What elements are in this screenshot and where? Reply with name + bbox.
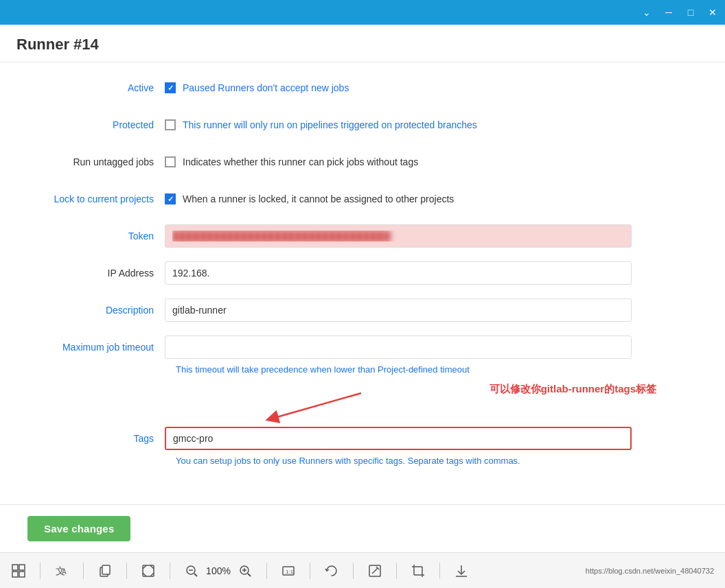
- run-untagged-control: Indicates whether this runner can pick j…: [165, 156, 698, 167]
- title-bar: ⌄ ─ □ ✕: [0, 0, 725, 25]
- zoom-in-icon[interactable]: [238, 563, 253, 578]
- zoom-out-icon[interactable]: [184, 563, 199, 578]
- download-icon[interactable]: [454, 563, 469, 578]
- tags-label: Tags: [27, 433, 165, 444]
- timeout-help-text: This timeout will take precedence when l…: [176, 364, 698, 375]
- annotation-arrow: [231, 390, 368, 424]
- translate-icon[interactable]: 文 A: [54, 563, 69, 578]
- zoom-level: 100%: [205, 565, 232, 576]
- max-timeout-label: Maximum job timeout: [27, 342, 165, 353]
- description-row: Description: [27, 298, 698, 322]
- svg-line-21: [372, 568, 378, 574]
- svg-text:1:1: 1:1: [286, 569, 294, 575]
- save-button[interactable]: Save changes: [27, 516, 130, 541]
- token-input[interactable]: [165, 224, 632, 248]
- main-content: Runner #14 Active ✓ Paused Runners don't…: [0, 25, 725, 552]
- divider-7: [353, 563, 354, 579]
- title-bar-controls: ⌄ ─ □ ✕: [640, 5, 720, 19]
- active-description: Paused Runners don't accept new jobs: [183, 82, 349, 93]
- lock-projects-label: Lock to current projects: [27, 193, 165, 204]
- token-row: Token: [27, 224, 698, 248]
- divider-9: [439, 563, 440, 579]
- refresh-icon[interactable]: [324, 563, 339, 578]
- chevron-button[interactable]: ⌄: [640, 5, 654, 19]
- ip-address-label: IP Address: [27, 268, 165, 279]
- status-url: https://blog.csdn.net/weixin_48040732: [586, 567, 714, 575]
- token-control: [165, 224, 698, 248]
- svg-rect-5: [19, 572, 25, 577]
- zoom-controls: 100%: [184, 563, 253, 578]
- protected-row: Protected This runner will only run on p…: [27, 113, 698, 137]
- active-label: Active: [27, 82, 165, 93]
- lock-projects-control: ✓ When a runner is locked, it cannot be …: [165, 193, 698, 204]
- screenshot-icon[interactable]: [141, 563, 156, 578]
- ip-address-input[interactable]: [165, 261, 632, 285]
- description-input[interactable]: [165, 298, 632, 322]
- active-control: ✓ Paused Runners don't accept new jobs: [165, 82, 698, 93]
- grid-icon[interactable]: [11, 563, 26, 578]
- close-button[interactable]: ✕: [706, 5, 720, 19]
- svg-rect-2: [12, 565, 18, 570]
- protected-label: Protected: [27, 119, 165, 130]
- checkmark-icon: ✓: [168, 84, 174, 93]
- max-timeout-input[interactable]: [165, 336, 632, 359]
- toolbar-left: 文 A: [11, 563, 469, 579]
- svg-line-1: [272, 393, 361, 419]
- run-untagged-description: Indicates whether this runner can pick j…: [183, 156, 418, 167]
- edit-icon[interactable]: [367, 563, 382, 578]
- protected-control: This runner will only run on pipelines t…: [165, 119, 698, 130]
- run-untagged-checkbox[interactable]: [165, 156, 176, 167]
- status-bar: 文 A: [0, 552, 725, 588]
- svg-rect-3: [19, 565, 25, 570]
- page-title: Runner #14: [16, 36, 709, 54]
- run-untagged-label: Run untagged jobs: [27, 156, 165, 167]
- divider-1: [40, 563, 41, 579]
- svg-line-13: [194, 574, 197, 576]
- max-timeout-control: [165, 336, 698, 359]
- divider-2: [83, 563, 84, 579]
- ip-address-row: IP Address: [27, 261, 698, 285]
- svg-line-17: [248, 574, 251, 576]
- description-control: [165, 298, 698, 322]
- svg-rect-9: [102, 565, 110, 574]
- maximize-button[interactable]: □: [684, 5, 698, 19]
- tags-control: [165, 427, 698, 450]
- actual-size-icon[interactable]: 1:1: [281, 563, 296, 578]
- active-row: Active ✓ Paused Runners don't accept new…: [27, 76, 698, 99]
- divider-6: [310, 563, 310, 579]
- save-area: Save changes: [0, 504, 725, 552]
- active-checkbox[interactable]: ✓: [165, 82, 176, 93]
- svg-rect-4: [12, 572, 18, 577]
- tags-row: Tags: [27, 427, 698, 450]
- description-label: Description: [27, 305, 165, 316]
- annotation-area: 可以修改你gitlab-runner的tags标签: [176, 383, 698, 424]
- tags-input[interactable]: [165, 427, 632, 450]
- form-area: Active ✓ Paused Runners don't accept new…: [0, 62, 725, 504]
- divider-5: [266, 563, 267, 579]
- page-header: Runner #14: [0, 25, 725, 62]
- divider-4: [170, 563, 170, 579]
- max-timeout-row: Maximum job timeout: [27, 336, 698, 359]
- copy-icon[interactable]: [97, 563, 113, 578]
- lock-projects-row: Lock to current projects ✓ When a runner…: [27, 187, 698, 211]
- token-label: Token: [27, 231, 165, 242]
- protected-description: This runner will only run on pipelines t…: [183, 119, 477, 130]
- protected-checkbox[interactable]: [165, 119, 176, 130]
- crop-icon[interactable]: [411, 563, 426, 578]
- divider-8: [396, 563, 397, 579]
- tags-help-text: You can setup jobs to only use Runners w…: [176, 456, 698, 466]
- run-untagged-row: Run untagged jobs Indicates whether this…: [27, 150, 698, 174]
- annotation-text: 可以修改你gitlab-runner的tags标签: [490, 383, 656, 396]
- divider-3: [126, 563, 127, 579]
- checkmark-icon: ✓: [168, 195, 174, 204]
- svg-text:A: A: [62, 568, 67, 576]
- ip-address-control: [165, 261, 698, 285]
- minimize-button[interactable]: ─: [662, 5, 676, 19]
- lock-projects-description: When a runner is locked, it cannot be as…: [183, 193, 454, 204]
- lock-projects-checkbox[interactable]: ✓: [165, 193, 176, 204]
